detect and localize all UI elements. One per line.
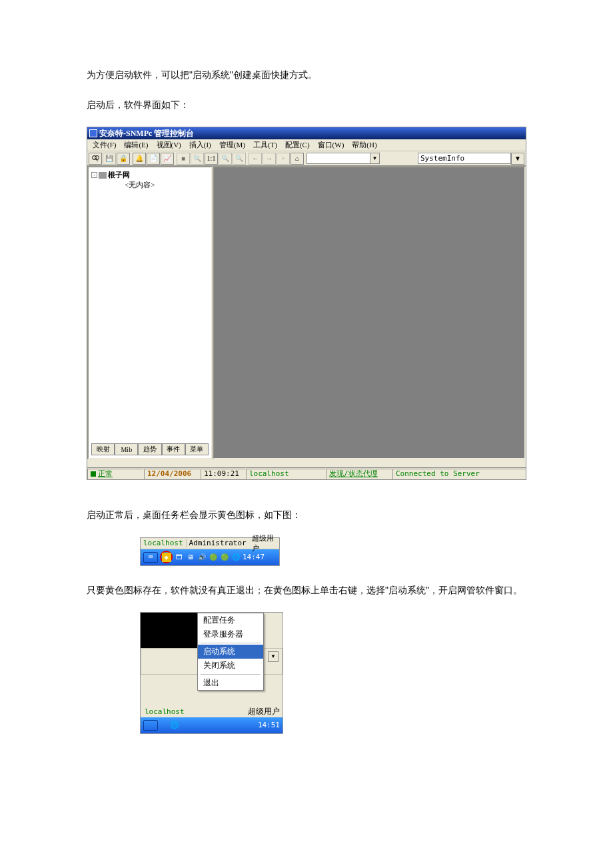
window-title: 安奈特-SNMPc 管理控制台 xyxy=(99,128,194,139)
menu-window[interactable]: 窗口(W) xyxy=(315,140,347,150)
forward-button[interactable]: → xyxy=(263,153,276,165)
tray-time: 14:51 xyxy=(258,721,280,729)
zoom-in-button[interactable]: 🔍 xyxy=(219,153,232,165)
tray-context-menu: 配置任务 登录服务器 启动系统 关闭系统 退出 xyxy=(197,613,264,691)
tree-pane: - 根子网 <无内容> 映射 Mib 趋势 事件 菜单 xyxy=(87,166,213,459)
menu-separator xyxy=(201,674,261,675)
tray-host: localhost xyxy=(141,539,186,547)
statusbar: 正常 12/04/2006 11:09:21 localhost 发现/状态代理… xyxy=(87,467,526,479)
tree-root-label: 根子网 xyxy=(108,170,130,180)
tray-icon[interactable]: 🖥 xyxy=(186,553,195,562)
paragraph: 启动后，软件界面如下： xyxy=(87,97,526,113)
snmpc-console-window: 安奈特-SNMPc 管理控制台 文件(F) 编辑(E) 视图(V) 插入(I) … xyxy=(87,127,526,480)
background-region xyxy=(141,613,197,648)
lock-button[interactable]: 🔒 xyxy=(117,153,130,165)
snmpc-tray-icon[interactable]: ◆ xyxy=(162,553,171,562)
menu-config[interactable]: 配置(C) xyxy=(283,140,312,150)
report-button[interactable]: 📄 xyxy=(147,153,160,165)
toolbar: 💾 🔒 🔔 📄 📈 ■ 🔍 1:1 🔍 🔍 ← → ▫ ⌂ ▼ SystemIn… xyxy=(87,151,526,166)
context-menu-screenshot: ▼ 配置任务 登录服务器 启动系统 关闭系统 退出 localhost 超级用户… xyxy=(140,612,283,734)
tree-empty-label: <无内容> xyxy=(125,180,209,190)
map-canvas[interactable] xyxy=(213,166,526,459)
menubar: 文件(F) 编辑(E) 视图(V) 插入(I) 管理(M) 工具(T) 配置(C… xyxy=(87,139,526,151)
tray-host: localhost xyxy=(141,707,189,716)
menu-file[interactable]: 文件(F) xyxy=(90,140,119,150)
menu-item-start-system[interactable]: 启动系统 xyxy=(198,645,263,659)
chart-button[interactable]: 📈 xyxy=(161,153,174,165)
dropdown-icon[interactable]: ▼ xyxy=(511,153,524,165)
tray-icon[interactable]: 🌐 xyxy=(170,721,179,729)
save-button[interactable]: 💾 xyxy=(103,153,116,165)
svg-point-2 xyxy=(95,155,99,159)
tray-time: 14:47 xyxy=(243,553,265,561)
address-combo[interactable]: ▼ xyxy=(306,153,380,164)
tray-user: Administrator xyxy=(186,539,249,547)
tray-icon[interactable]: 🌐 xyxy=(231,553,241,562)
back-button[interactable]: ← xyxy=(249,153,262,165)
paragraph: 启动正常后，桌面任务栏会显示黄色图标，如下图： xyxy=(87,507,526,523)
systeminfo-value: SystemInfo xyxy=(418,153,511,164)
ratio-button[interactable]: 1:1 xyxy=(205,153,218,165)
bell-button[interactable]: 🔔 xyxy=(133,153,146,165)
tray-icon[interactable]: 🟢 xyxy=(209,553,218,562)
systeminfo-combo[interactable]: SystemInfo ▼ xyxy=(418,153,524,165)
menu-item-exit[interactable]: 退出 xyxy=(198,676,263,690)
tray-icon[interactable]: 🟢 xyxy=(220,553,229,562)
find-button[interactable] xyxy=(89,153,102,165)
paragraph: 为方便启动软件，可以把"启动系统"创建桌面快捷方式。 xyxy=(87,67,526,83)
status-agent: 发现/状态代理 xyxy=(326,469,392,479)
menu-item-config-task[interactable]: 配置任务 xyxy=(198,613,263,627)
tree-root-node[interactable]: - 根子网 xyxy=(91,170,209,180)
tray-role: 超级用户 xyxy=(249,533,279,553)
up-button[interactable]: ▫ xyxy=(277,153,290,165)
menu-insert[interactable]: 插入(I) xyxy=(187,140,214,150)
app-icon xyxy=(89,129,97,137)
paragraph: 只要黄色图标存在，软件就没有真正退出；在黄色图标上单击右键，选择"启动系统"，开… xyxy=(87,582,526,599)
tray-icon[interactable]: 🗔 xyxy=(175,553,184,562)
ime-icon[interactable] xyxy=(143,720,158,731)
tab-mib[interactable]: Mib xyxy=(115,443,138,455)
status-conn: Connected to Server xyxy=(392,469,526,479)
tray-role: 超级用户 xyxy=(245,706,283,717)
tab-trend[interactable]: 趋势 xyxy=(138,443,161,455)
network-icon xyxy=(99,172,107,179)
menu-item-stop-system[interactable]: 关闭系统 xyxy=(198,659,263,673)
menu-view[interactable]: 视图(V) xyxy=(154,140,184,150)
stop-button[interactable]: ■ xyxy=(177,153,190,165)
status-time: 11:09:21 xyxy=(201,469,246,479)
dropdown-icon[interactable]: ▼ xyxy=(268,651,279,662)
status-date: 12/04/2006 xyxy=(144,469,201,479)
highlight-circle: ◆ xyxy=(160,551,173,563)
zoom-out-button[interactable]: 🔍 xyxy=(233,153,246,165)
tab-map[interactable]: 映射 xyxy=(91,443,115,455)
status-normal: 正常 xyxy=(87,469,144,479)
menu-tools[interactable]: 工具(T) xyxy=(251,140,280,150)
zoom-button[interactable]: 🔍 xyxy=(191,153,204,165)
tab-menu[interactable]: 菜单 xyxy=(185,443,209,455)
menu-edit[interactable]: 编辑(E) xyxy=(121,140,151,150)
tray-icon[interactable]: 🔊 xyxy=(197,553,207,562)
titlebar[interactable]: 安奈特-SNMPc 管理控制台 xyxy=(87,127,526,139)
menu-item-login-server[interactable]: 登录服务器 xyxy=(198,627,263,641)
ime-icon[interactable]: ⌨ xyxy=(143,552,158,563)
status-host: localhost xyxy=(246,469,326,479)
menu-separator xyxy=(201,643,261,643)
home-button[interactable]: ⌂ xyxy=(291,153,304,165)
menu-manage[interactable]: 管理(M) xyxy=(217,140,248,150)
taskbar-screenshot: localhost Administrator 超级用户 ⌨ ◆ 🗔 🖥 🔊 🟢… xyxy=(140,537,280,566)
windows-taskbar: 🌐 14:51 xyxy=(141,717,283,733)
collapse-icon[interactable]: - xyxy=(91,172,97,178)
menu-help[interactable]: 帮助(H) xyxy=(349,140,379,150)
tab-event[interactable]: 事件 xyxy=(162,443,185,455)
